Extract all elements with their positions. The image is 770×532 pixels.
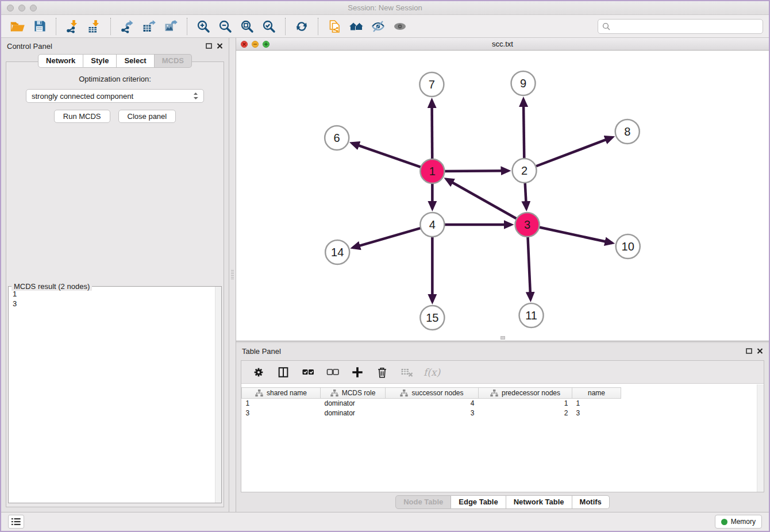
table-row[interactable]: 3dominator323 [242,408,621,418]
table-scrollbar[interactable] [757,384,764,492]
graph-edge-1-6[interactable] [352,143,422,167]
float-panel-button[interactable] [206,43,212,49]
memory-button[interactable]: Memory [715,515,762,529]
deselect-all-button[interactable] [324,363,342,381]
graph-edge-4-14[interactable] [353,228,422,248]
close-window-button[interactable] [7,5,14,11]
first-neighbors-button[interactable] [347,17,365,36]
graph-node-11[interactable]: 11 [519,303,544,327]
graph-node-4[interactable]: 4 [420,213,444,237]
graph-node-3[interactable]: 3 [515,213,540,237]
clone-network-button[interactable] [325,17,344,36]
window-controls [1,5,37,11]
show-columns-button[interactable] [274,363,292,381]
graph-edge-3-1[interactable] [446,179,518,219]
tab-mcds[interactable]: MCDS [155,54,192,68]
open-session-button[interactable] [9,17,27,36]
zoom-selected-icon [262,20,276,33]
graph-edge-1-2[interactable] [443,171,508,171]
export-table-button[interactable] [140,17,158,36]
delete-columns-button[interactable] [373,363,391,381]
import-table-button[interactable] [85,17,103,36]
memory-status-dot [721,519,727,525]
graph-node-14[interactable]: 14 [325,240,349,264]
tab-network-table[interactable]: Network Table [506,495,572,509]
graph-node-15[interactable]: 15 [420,306,444,330]
export-network-button[interactable] [118,17,136,36]
graph-node-2[interactable]: 2 [513,159,537,183]
graph-node-9[interactable]: 9 [511,71,536,95]
float-table-panel-button[interactable] [746,348,752,354]
graph-edge-2-8[interactable] [534,137,612,167]
graph-edge-2-3[interactable] [525,182,527,209]
column-header-predecessor-nodes[interactable]: predecessor nodes [479,388,572,399]
column-header-mcds-role[interactable]: MCDS role [321,388,386,399]
graph-node-7[interactable]: 7 [419,72,444,97]
search-field[interactable] [598,19,763,34]
node-label: 15 [426,311,438,324]
task-history-button[interactable] [8,515,24,529]
column-header-name[interactable]: name [572,388,621,399]
run-mcds-button[interactable]: Run MCDS [54,110,110,123]
hide-selected-button[interactable] [369,17,387,36]
graph-node-10[interactable]: 10 [616,234,640,259]
tab-edge-table[interactable]: Edge Table [451,495,506,509]
tab-select[interactable]: Select [117,54,154,68]
column-header-successor-nodes[interactable]: successor nodes [386,388,479,399]
network-canvas[interactable]: 7968124314101511 [236,51,769,341]
delete-table-icon [400,366,414,379]
control-panel-tabs: NetworkStyleSelectMCDS [1,54,229,68]
graph-edge-1-7[interactable] [432,101,433,160]
network-view-window: scc.txt 7968124314101511 [236,38,769,341]
table-row[interactable]: 1dominator411 [242,399,621,408]
column-header-shared-name[interactable]: shared name [242,388,321,399]
column-label: shared name [267,389,307,397]
workspace-area: scc.txt 7968124314101511 Table Panel [236,38,769,512]
close-table-panel-button[interactable] [757,348,763,354]
close-network-button[interactable] [241,41,248,48]
folder-open-icon [10,20,25,33]
zoom-in-button[interactable] [194,17,213,36]
import-network-button[interactable] [63,17,82,36]
zoom-out-button[interactable] [216,17,234,36]
graph-edge-3-10[interactable] [538,227,612,243]
save-session-button[interactable] [30,17,49,36]
node-label: 2 [521,164,528,177]
node-table-view: f(x) shared name MCDS role successor nod… [241,360,764,492]
graph-node-1[interactable]: 1 [420,159,444,183]
table-panel-title: Table Panel [242,347,281,356]
minimize-glyph-icon [253,42,257,47]
graph-node-8[interactable]: 8 [615,119,640,144]
tab-motifs[interactable]: Motifs [572,495,610,509]
columns-icon [277,366,290,379]
refresh-button[interactable] [292,17,311,36]
node-table: shared name MCDS role successor nodes pr… [241,387,621,418]
window-resize-handle[interactable] [500,336,505,340]
divider-grip[interactable] [231,270,234,279]
node-label: 11 [525,309,537,322]
export-image-button[interactable] [161,17,180,36]
maximize-network-button[interactable] [263,41,270,48]
panel-divider[interactable] [229,38,236,512]
close-panel-button-mcds[interactable]: Close panel [118,110,176,123]
minimize-window-button[interactable] [18,5,25,11]
tab-style[interactable]: Style [83,54,117,68]
zoom-window-button[interactable] [30,5,37,11]
criterion-select[interactable]: strongly connected component [26,89,204,103]
zoom-selected-button[interactable] [260,17,278,36]
add-column-button[interactable] [348,363,367,381]
graph-node-6[interactable]: 6 [325,126,349,150]
close-panel-button[interactable] [217,43,223,49]
graph-edge-2-9[interactable] [523,99,524,160]
result-scrollbar[interactable] [215,287,221,503]
toolbar-separator [110,18,111,35]
tab-network[interactable]: Network [38,54,83,68]
search-input[interactable] [613,22,759,30]
zoom-fit-button[interactable] [238,17,256,36]
mcds-result-box: MCDS result (2 nodes) 13 [8,286,222,503]
select-all-button[interactable] [299,363,317,381]
minimize-network-button[interactable] [252,41,259,48]
graph-edge-3-11[interactable] [528,236,530,299]
tab-node-table[interactable]: Node Table [395,495,451,509]
table-mode-button[interactable] [249,363,268,381]
